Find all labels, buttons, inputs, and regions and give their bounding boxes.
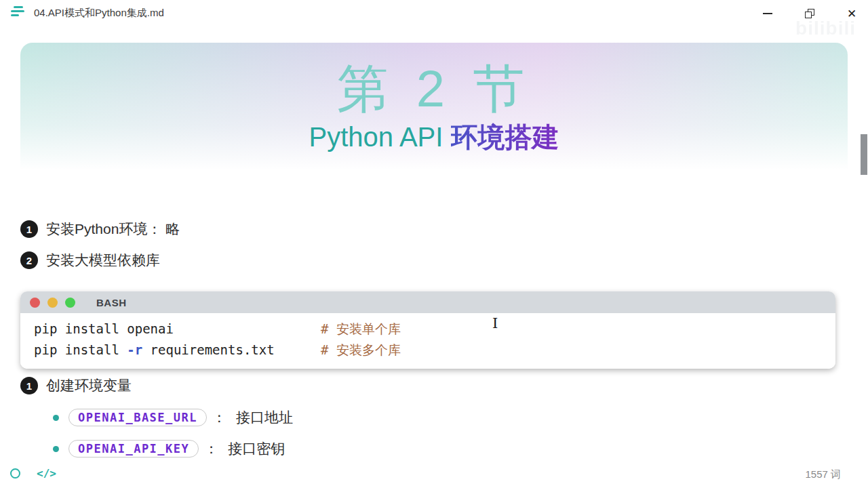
sidebar-toggle-icon[interactable] [11,6,27,21]
hero-subtitle-en: Python API [309,122,450,152]
code-block-header: BASH [20,291,835,313]
code-comment: # 安装多个库 [321,340,401,361]
bullet-separator: ： [212,408,226,427]
code-line: pip install -r requirements.txt # 安装多个库 [34,340,822,361]
list-item: 1 创建环境变量 [20,376,132,395]
list-item: 2 安装大模型依赖库 [20,251,160,270]
bullet-separator: ： [204,439,218,458]
bullet-icon [53,415,59,421]
restore-icon [805,9,814,18]
code-comment: # 安装单个库 [321,319,401,340]
list-item: OPENAI_API_KEY ： 接口密钥 [53,439,285,458]
outline-toggle-icon[interactable] [10,468,20,479]
traffic-light-red-icon [30,298,40,308]
code-line: pip install openai # 安装单个库 [34,319,822,340]
minimize-button[interactable] [761,7,774,20]
step-text: 安装大模型依赖库 [46,251,160,270]
code-segment: requirements.txt [142,342,274,357]
hero-card: 第 2 节 Python API 环境搭建 [20,43,848,177]
bullet-description: 接口地址 [236,408,293,427]
app-window: 04.API模式和Python集成.md ✕ bilibili 第 2 节 Py… [0,0,868,488]
code-text: pip install openai [34,319,321,340]
traffic-light-yellow-icon [47,298,58,308]
code-segment: pip install [34,342,127,357]
code-block[interactable]: BASH pip install openai # 安装单个库 pip inst… [20,291,835,369]
code-text: pip install -r requirements.txt [34,340,321,361]
menu-bar [14,6,23,8]
title-bar: 04.API模式和Python集成.md ✕ bilibili [0,0,868,27]
list-item: 1 安装Python环境： 略 [20,220,180,239]
step-number-badge: 1 [20,220,38,238]
hero-subtitle-zh: 环境搭建 [451,122,559,152]
hero-section-title: 第 2 节 [20,56,848,121]
document-title: 04.API模式和Python集成.md [34,7,164,20]
code-body: pip install openai # 安装单个库 pip install -… [20,313,835,369]
source-code-mode-icon[interactable]: </> [37,467,56,480]
step-text: 安装Python环境： 略 [46,220,180,239]
inline-code-pill: OPENAI_BASE_URL [68,409,207,426]
word-count: 1557 词 [805,468,841,481]
step-number-badge: 2 [20,251,38,269]
scrollbar-thumb[interactable] [861,134,867,175]
bullet-icon [53,446,59,452]
minimize-icon [763,13,772,14]
code-segment: pip install openai [34,321,174,336]
menu-bar [11,14,19,16]
bilibili-watermark: bilibili [795,18,856,39]
traffic-light-green-icon [65,298,75,308]
bullet-description: 接口密钥 [228,439,285,458]
hero-subtitle: Python API 环境搭建 [20,122,848,152]
list-item: OPENAI_BASE_URL ： 接口地址 [53,408,293,427]
inline-code-pill: OPENAI_API_KEY [68,440,199,458]
menu-bar [11,10,24,12]
code-language-label: BASH [96,297,127,308]
code-flag: -r [127,342,142,357]
step-number-badge: 1 [20,377,38,394]
step-text: 创建环境变量 [46,376,132,395]
